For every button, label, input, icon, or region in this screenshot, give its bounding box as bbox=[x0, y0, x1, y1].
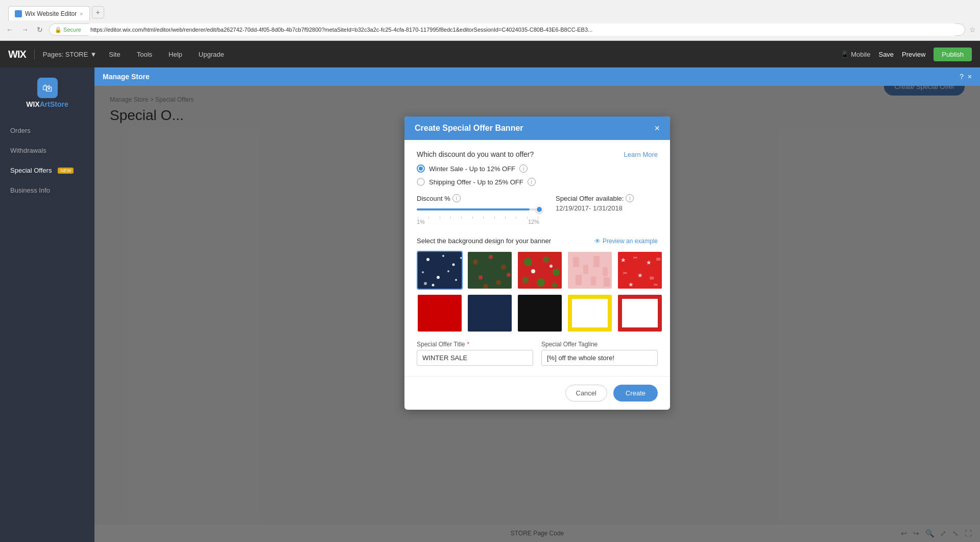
tick bbox=[483, 217, 484, 219]
winter-sale-option[interactable]: Winter Sale - Up to 12% OFF i bbox=[417, 164, 658, 173]
bg-swatch-night-dots[interactable] bbox=[417, 251, 463, 290]
offer-dates-container: Special Offer available: i 12/19/2017- 1… bbox=[556, 194, 658, 229]
svg-text:✂: ✂ bbox=[633, 255, 637, 261]
close-store-btn[interactable]: × bbox=[968, 73, 972, 81]
wix-pages-selector[interactable]: Pages: STORE ▼ bbox=[43, 51, 97, 58]
title-field-group: Special Offer Title * bbox=[417, 341, 533, 366]
svg-rect-29 bbox=[576, 275, 582, 285]
svg-rect-25 bbox=[573, 257, 579, 267]
offer-info-icon[interactable]: i bbox=[626, 194, 634, 202]
svg-point-3 bbox=[422, 271, 424, 273]
help-icon-btn[interactable]: ? bbox=[960, 73, 964, 81]
forward-button[interactable]: → bbox=[19, 25, 31, 35]
sidebar-item-withdrawals[interactable]: Withdrawals bbox=[0, 140, 94, 160]
svg-point-23 bbox=[531, 269, 535, 273]
sidebar-item-special-offers[interactable]: Special Offers NEW bbox=[0, 160, 94, 180]
sidebar-item-orders[interactable]: Orders bbox=[0, 121, 94, 140]
form-fields: Special Offer Title * Special Offer Tagl… bbox=[417, 341, 658, 366]
svg-rect-26 bbox=[583, 265, 588, 274]
tab-title: Wix Website Editor bbox=[25, 10, 77, 17]
shipping-offer-radio[interactable] bbox=[417, 178, 425, 186]
back-button[interactable]: ← bbox=[4, 25, 15, 35]
bg-swatch-green-dots[interactable] bbox=[467, 251, 513, 290]
browser-tab[interactable]: Wix Website Editor × bbox=[8, 6, 90, 20]
bg-swatch-yellow-outline[interactable] bbox=[567, 294, 613, 333]
bg-swatch-solid-navy[interactable] bbox=[467, 294, 513, 333]
mobile-toggle[interactable]: 📱 Mobile bbox=[841, 51, 870, 58]
svg-text:★: ★ bbox=[620, 256, 626, 264]
learn-more-link[interactable]: Learn More bbox=[624, 151, 658, 158]
business-info-label: Business Info bbox=[10, 186, 50, 194]
slider-min: 1% bbox=[417, 219, 425, 225]
save-button[interactable]: Save bbox=[878, 51, 894, 58]
svg-point-24 bbox=[549, 265, 553, 268]
discount-info-icon[interactable]: i bbox=[452, 194, 461, 202]
tagline-field-group: Special Offer Tagline bbox=[541, 341, 658, 366]
slider-track-container: 1% 12% bbox=[417, 208, 539, 225]
title-input[interactable] bbox=[417, 350, 533, 366]
tick bbox=[516, 217, 516, 219]
create-button[interactable]: Create bbox=[613, 385, 658, 402]
svg-point-21 bbox=[537, 278, 545, 287]
bg-swatch-red-white-pattern[interactable]: ★ ✂ ★ ✉ ✂ ★ ✉ ★ ✂ bbox=[617, 251, 663, 290]
bg-section-label: Select the background design for your ba… bbox=[417, 237, 551, 245]
slider-thumb[interactable] bbox=[536, 206, 543, 213]
svg-point-4 bbox=[437, 276, 440, 279]
discount-label: Discount % i bbox=[417, 194, 539, 202]
cancel-button[interactable]: Cancel bbox=[565, 385, 607, 402]
tick bbox=[527, 217, 528, 219]
browser-chrome: Wix Website Editor × + ← → ↻ 🔒 Secure ☆ bbox=[0, 0, 980, 41]
bg-swatch-red-green[interactable] bbox=[517, 251, 563, 290]
modal-overlay: Create Special Offer Banner × Which disc… bbox=[94, 86, 980, 542]
tools-menu[interactable]: Tools bbox=[133, 49, 156, 60]
store-icon: 🛍 bbox=[37, 78, 58, 98]
store-name: WIXArtStore bbox=[26, 100, 68, 108]
svg-point-14 bbox=[496, 280, 501, 285]
shipping-offer-info-icon[interactable]: i bbox=[528, 178, 536, 186]
manage-store-title: Manage Store bbox=[103, 73, 150, 81]
tab-favicon bbox=[15, 10, 22, 17]
mobile-icon: 📱 bbox=[841, 51, 849, 58]
sidebar: 🛍 WIXArtStore Orders Withdrawals Special… bbox=[0, 67, 94, 542]
upgrade-menu[interactable]: Upgrade bbox=[195, 49, 228, 60]
svg-rect-28 bbox=[603, 267, 608, 276]
preview-example-link[interactable]: 👁 Preview an example bbox=[594, 238, 658, 245]
refresh-button[interactable]: ↻ bbox=[35, 25, 45, 35]
background-selector: Select the background design for your ba… bbox=[417, 237, 658, 333]
modal-close-button[interactable]: × bbox=[654, 124, 660, 133]
url-input[interactable] bbox=[84, 23, 960, 36]
tick bbox=[505, 217, 506, 219]
tagline-input[interactable] bbox=[541, 350, 658, 366]
manage-store-topbar: Manage Store ? × bbox=[94, 67, 980, 86]
preview-button[interactable]: Preview bbox=[902, 51, 925, 58]
slider-track bbox=[417, 208, 539, 210]
modal-title: Create Special Offer Banner bbox=[415, 124, 523, 133]
svg-point-12 bbox=[501, 265, 506, 270]
slider-section: Discount % i bbox=[417, 194, 658, 229]
svg-rect-31 bbox=[604, 277, 610, 287]
winter-sale-info-icon[interactable]: i bbox=[519, 164, 528, 173]
bg-swatch-solid-red[interactable] bbox=[417, 294, 463, 333]
svg-point-22 bbox=[552, 282, 557, 288]
svg-text:★: ★ bbox=[646, 259, 652, 266]
site-menu[interactable]: Site bbox=[105, 49, 124, 60]
bg-swatch-pink-pattern[interactable] bbox=[567, 251, 613, 290]
shipping-offer-option[interactable]: Shipping Offer - Up to 25% OFF i bbox=[417, 178, 658, 186]
svg-point-11 bbox=[489, 255, 493, 259]
svg-text:✉: ✉ bbox=[650, 275, 654, 281]
content-area: Manage Store ? × Manage Store > Special … bbox=[94, 67, 980, 542]
wix-header: WIX Pages: STORE ▼ Site Tools Help Upgra… bbox=[0, 41, 980, 67]
tab-close-btn[interactable]: × bbox=[80, 11, 83, 17]
tick bbox=[494, 217, 495, 219]
tick bbox=[428, 217, 429, 219]
sidebar-item-business-info[interactable]: Business Info bbox=[0, 180, 94, 200]
sidebar-logo: 🛍 WIXArtStore bbox=[26, 78, 68, 108]
bg-swatch-solid-black[interactable] bbox=[517, 294, 563, 333]
topbar-actions: ? × bbox=[960, 73, 972, 81]
bg-swatch-red-outline[interactable] bbox=[617, 294, 663, 333]
winter-sale-radio[interactable] bbox=[417, 164, 425, 173]
tick bbox=[450, 217, 451, 219]
publish-button[interactable]: Publish bbox=[934, 48, 972, 61]
help-menu[interactable]: Help bbox=[164, 49, 186, 60]
svg-point-7 bbox=[447, 270, 449, 272]
